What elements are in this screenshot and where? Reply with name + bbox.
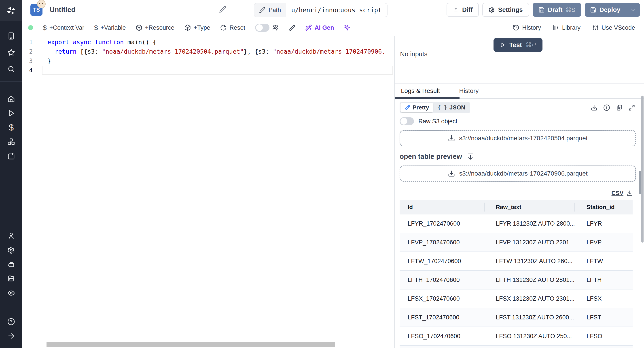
code-line[interactable]: 3} — [22, 56, 394, 66]
pretty-json-segmented-control: Pretty { } JSON — [400, 102, 470, 113]
sidebar-divider — [0, 81, 22, 82]
editor-horizontal-scrollbar[interactable] — [46, 342, 335, 347]
add-context-var-button[interactable]: $+Context Var — [43, 24, 84, 31]
settings-gear-icon[interactable] — [0, 243, 22, 257]
deploy-button[interactable]: Deploy — [585, 3, 626, 17]
draft-shortcut: ⌘S — [566, 6, 575, 13]
add-type-button[interactable]: +Type — [184, 24, 210, 31]
workers-bot-icon[interactable] — [0, 257, 22, 272]
no-inputs-text: No inputs — [400, 50, 428, 58]
table-row[interactable]: LFVP_1702470600LFVP 131230Z AUTO 2201...… — [400, 233, 632, 252]
add-variable-button[interactable]: $+Variable — [94, 24, 126, 31]
code-editor[interactable]: 1export async function main() {2 return … — [22, 36, 395, 348]
add-resource-button[interactable]: +Resource — [136, 24, 174, 31]
chevron-down-icon — [630, 7, 636, 13]
deploy-dropdown-button[interactable] — [626, 3, 640, 17]
diff-button[interactable]: Diff — [446, 3, 479, 17]
page-title: Untitled — [50, 6, 75, 14]
sparkles-icon — [344, 24, 350, 31]
audit-eye-icon[interactable] — [0, 286, 22, 300]
ai-gen-button[interactable]: AI Gen — [305, 24, 334, 31]
column-header-station-id[interactable]: Station_id — [578, 200, 632, 214]
code-line[interactable]: 4 — [22, 66, 394, 75]
resources-icon[interactable] — [0, 135, 22, 149]
table-row[interactable]: LFST_1702470600LFST 131230Z AUTO 2600...… — [400, 308, 632, 327]
path-field[interactable]: Path u/henri/innocuous_script — [254, 3, 388, 17]
dollar-icon: $ — [94, 24, 98, 31]
windmill-logo-icon — [6, 5, 16, 16]
expand-sidebar-icon[interactable] — [0, 329, 22, 343]
search-icon[interactable] — [0, 62, 22, 76]
code-line[interactable]: 2 return [{s3: "noaa/duckdb/metars-17024… — [22, 47, 394, 56]
users-icon — [272, 24, 279, 31]
logs-result-content: Pretty { } JSON Raw S3 object — [395, 99, 641, 348]
path-value[interactable]: u/henri/innocuous_script — [286, 3, 387, 17]
table-row[interactable]: LFSX_1702470600LFSX 131230Z AUTO 2301...… — [400, 289, 632, 308]
table-scrollbar[interactable] — [639, 171, 641, 194]
line-number: 2 — [22, 47, 33, 56]
raw-s3-label: Raw S3 object — [418, 118, 457, 125]
fullscreen-icon[interactable] — [628, 104, 635, 111]
table-header-row: Id Raw_text Station_id — [400, 200, 632, 214]
test-button[interactable]: Test ⌘↵ — [494, 38, 542, 52]
table-row[interactable]: LFYR_1702470600LFYR 131230Z AUTO 2800...… — [400, 214, 632, 233]
history-button[interactable]: History — [513, 24, 541, 31]
s3-file-download-1[interactable]: s3://noaa/duckdb/metars-1702420504.parqu… — [400, 130, 636, 146]
runs-icon[interactable] — [0, 106, 22, 120]
help-icon[interactable] — [0, 315, 22, 329]
edit-summary-pencil-icon[interactable] — [219, 6, 226, 13]
vscode-icon — [592, 24, 599, 31]
schedules-icon[interactable] — [0, 149, 22, 163]
dollar-icon: $ — [43, 24, 47, 31]
s3-file-download-2[interactable]: s3://noaa/duckdb/metars-1702470906.parqu… — [400, 166, 636, 181]
favorites-icon[interactable] — [0, 45, 22, 60]
result-table: Id Raw_text Station_id LFYR_1702470600LF… — [400, 200, 632, 348]
sparkles-icon-button[interactable] — [344, 24, 350, 31]
table-row[interactable]: LFSO_1702470600LFSO 131230Z AUTO 250...L… — [400, 327, 632, 346]
settings-button[interactable]: Settings — [482, 3, 529, 17]
open-table-preview-button[interactable]: open table preview — [400, 153, 636, 161]
draft-button[interactable]: Draft ⌘S — [533, 3, 581, 17]
table-row[interactable]: LFTH_1702470600LFTH 131230Z AUTO 2801...… — [400, 271, 632, 289]
brush-icon — [289, 24, 296, 31]
script-emoji — [37, 0, 46, 8]
diff-icon — [453, 7, 459, 13]
windmill-logo[interactable] — [0, 0, 22, 21]
table-row[interactable]: LFTW_1702470600LFTW 131230Z AUTO 260...L… — [400, 252, 632, 271]
download-icon[interactable] — [626, 190, 633, 196]
table-row[interactable]: LFSN_1702470600LFSN 131230Z AUTO 2100...… — [400, 346, 632, 348]
editor-toolbar: $+Context Var $+Variable +Resource +Type… — [22, 20, 644, 36]
csv-download-link[interactable]: CSV — [612, 190, 624, 196]
format-button[interactable] — [289, 24, 296, 31]
test-shortcut: ⌘↵ — [526, 41, 537, 48]
folders-icon[interactable] — [0, 272, 22, 286]
variables-icon[interactable]: $ — [0, 120, 22, 135]
library-button[interactable]: Library — [552, 24, 580, 31]
line-number: 3 — [22, 56, 33, 66]
info-icon[interactable] — [603, 104, 610, 111]
home-icon[interactable] — [0, 92, 22, 106]
user-icon[interactable] — [0, 229, 22, 243]
tab-history[interactable]: History — [453, 84, 485, 98]
column-header-raw-text[interactable]: Raw_text — [488, 200, 578, 214]
code-line[interactable]: 1export async function main() { — [22, 37, 394, 47]
download-result-icon[interactable] — [591, 104, 598, 111]
gear-icon — [488, 7, 495, 13]
raw-s3-toggle[interactable] — [400, 117, 414, 125]
column-header-id[interactable]: Id — [400, 200, 488, 214]
reset-icon — [220, 24, 227, 31]
magic-wand-icon — [305, 24, 312, 31]
copy-icon[interactable] — [616, 104, 622, 111]
json-option[interactable]: { } JSON — [434, 103, 469, 112]
reset-button[interactable]: Reset — [220, 24, 245, 31]
history-icon — [513, 24, 520, 31]
multiplayer-toggle[interactable] — [255, 24, 279, 32]
library-icon — [552, 24, 559, 31]
download-icon — [448, 135, 455, 142]
workspace-icon[interactable] — [0, 29, 22, 43]
panel-scrollbar[interactable] — [641, 96, 644, 243]
result-table-body: LFYR_1702470600LFYR 131230Z AUTO 2800...… — [400, 214, 632, 348]
use-vscode-button[interactable]: Use VScode — [592, 24, 635, 31]
pretty-option[interactable]: Pretty — [400, 103, 433, 112]
tab-logs-result[interactable]: Logs & Result — [395, 84, 446, 98]
